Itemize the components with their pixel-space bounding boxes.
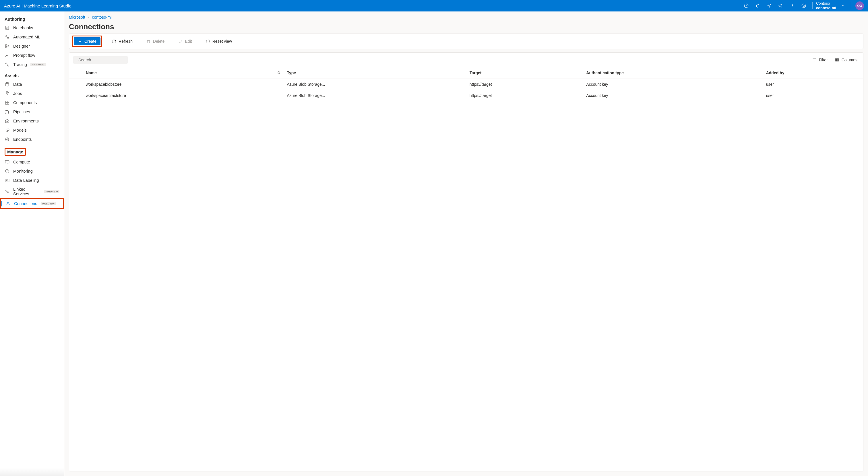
cell-type: Azure Blob Storage... — [284, 79, 466, 90]
table-row[interactable]: workspaceblobstoreAzure Blob Storage...h… — [69, 79, 863, 90]
sidebar-item-pipelines[interactable]: Pipelines — [0, 107, 64, 116]
sidebar-icon — [5, 100, 10, 105]
sidebar-item-compute[interactable]: Compute — [0, 158, 64, 167]
sidebar-item-data-labeling[interactable]: Data Labeling — [0, 176, 64, 185]
connections-panel: Filter Columns Name Type Ta — [69, 53, 863, 471]
sidebar-icon — [5, 91, 10, 96]
sidebar-icon — [5, 160, 10, 165]
sidebar-item-monitoring[interactable]: Monitoring — [0, 167, 64, 176]
sidebar-item-label: Automated ML — [13, 35, 40, 39]
svg-rect-32 — [835, 59, 836, 61]
sidebar-icon — [5, 169, 10, 174]
col-name[interactable]: Name — [83, 67, 274, 79]
col-addedby[interactable]: Added by — [763, 67, 863, 79]
sidebar-item-designer[interactable]: Designer — [0, 42, 64, 51]
chevron-right-icon: › — [88, 15, 89, 19]
row-checkbox[interactable] — [69, 79, 83, 90]
bell-icon[interactable] — [753, 1, 763, 10]
svg-point-20 — [8, 110, 9, 111]
sidebar-icon — [5, 128, 10, 133]
search-box[interactable] — [73, 56, 128, 64]
sidebar-icon — [5, 137, 10, 142]
sidebar-icon — [5, 34, 10, 40]
svg-rect-9 — [5, 45, 7, 46]
sidebar-shadow — [0, 468, 64, 476]
workspace-picker[interactable]: Contoso contoso-ml — [816, 1, 836, 10]
sidebar-item-label: Notebooks — [13, 26, 33, 30]
create-button[interactable]: Create — [74, 37, 100, 45]
cell-name: workspaceblobstore — [83, 79, 274, 90]
cell-type: Azure Blob Storage... — [284, 90, 466, 101]
delete-button: Delete — [143, 37, 168, 45]
table-row[interactable]: workspaceartifactstoreAzure Blob Storage… — [69, 90, 863, 101]
refresh-label: Refresh — [119, 39, 133, 43]
svg-rect-11 — [8, 45, 9, 47]
chevron-down-icon[interactable] — [839, 3, 846, 8]
preview-badge: PREVIEW — [30, 63, 46, 66]
sidebar-item-linked-services[interactable]: Linked ServicesPREVIEW — [0, 185, 64, 198]
connections-table: Name Type Target Authentication type Add… — [69, 67, 863, 101]
svg-rect-27 — [5, 179, 9, 182]
cell-favorite[interactable] — [274, 90, 284, 101]
filter-button[interactable]: Filter — [810, 57, 830, 63]
sidebar-item-data[interactable]: Data — [0, 80, 64, 89]
svg-rect-33 — [836, 59, 837, 61]
svg-point-19 — [5, 110, 6, 111]
gear-icon[interactable] — [764, 1, 774, 10]
sidebar-item-environments[interactable]: Environments — [0, 116, 64, 126]
refresh-button[interactable]: Refresh — [108, 37, 136, 45]
sidebar-item-label: Monitoring — [13, 169, 33, 173]
sidebar-section-title: Assets — [0, 69, 64, 80]
sidebar-item-label: Linked Services — [13, 187, 40, 196]
sidebar-item-models[interactable]: Models — [0, 126, 64, 135]
svg-point-24 — [7, 139, 8, 140]
sidebar-item-components[interactable]: Components — [0, 98, 64, 107]
sidebar-item-notebooks[interactable]: Notebooks — [0, 23, 64, 32]
svg-point-30 — [7, 202, 9, 204]
columns-button[interactable]: Columns — [833, 57, 859, 63]
sidebar-item-connections[interactable]: ConnectionsPREVIEW — [1, 199, 63, 208]
search-input[interactable] — [79, 58, 129, 62]
sidebar-icon — [5, 201, 11, 206]
row-checkbox[interactable] — [69, 90, 83, 101]
col-target[interactable]: Target — [467, 67, 584, 79]
cell-auth: Account key — [583, 90, 763, 101]
sidebar-icon — [5, 118, 10, 124]
clock-icon[interactable] — [741, 1, 751, 10]
divider — [850, 2, 850, 9]
sidebar-item-jobs[interactable]: Jobs — [0, 89, 64, 98]
sidebar-icon — [5, 53, 10, 58]
breadcrumb-link[interactable]: Microsoft — [69, 15, 85, 20]
avatar[interactable]: OO — [856, 1, 864, 10]
sidebar-item-endpoints[interactable]: Endpoints — [0, 135, 64, 144]
sidebar-item-automated-ml[interactable]: Automated ML — [0, 32, 64, 42]
edit-button: Edit — [175, 37, 196, 45]
sidebar-item-label: Models — [13, 128, 27, 133]
preview-badge: PREVIEW — [41, 202, 56, 205]
sidebar-icon — [5, 43, 10, 49]
sidebar-item-label: Endpoints — [13, 137, 32, 142]
sidebar-item-prompt-flow[interactable]: Prompt flow — [0, 51, 64, 60]
svg-rect-25 — [5, 161, 9, 163]
cell-target: https://target — [467, 79, 584, 90]
cell-addedby: user — [763, 90, 863, 101]
smile-icon[interactable] — [799, 1, 809, 10]
svg-rect-16 — [7, 101, 9, 102]
sidebar-item-tracing[interactable]: TracingPREVIEW — [0, 60, 64, 69]
org-name: Contoso — [816, 1, 836, 6]
col-auth[interactable]: Authentication type — [583, 67, 763, 79]
sidebar-icon — [5, 178, 10, 183]
toolbar: Create Refresh Delete Edit Reset — [69, 34, 863, 49]
help-icon[interactable] — [787, 1, 797, 10]
reset-view-button[interactable]: Reset view — [202, 37, 236, 45]
svg-point-5 — [804, 5, 805, 5]
col-favorite[interactable] — [274, 67, 284, 79]
breadcrumb-link[interactable]: contoso-ml — [92, 15, 112, 20]
sidebar-item-label: Environments — [13, 119, 39, 123]
edit-label: Edit — [185, 39, 192, 43]
col-type[interactable]: Type — [284, 67, 466, 79]
sidebar-item-label: Tracing — [13, 62, 27, 67]
megaphone-icon[interactable] — [776, 1, 786, 10]
cell-favorite[interactable] — [274, 79, 284, 90]
topbar: Azure AI | Machine Learning Studio Conto… — [0, 0, 868, 11]
